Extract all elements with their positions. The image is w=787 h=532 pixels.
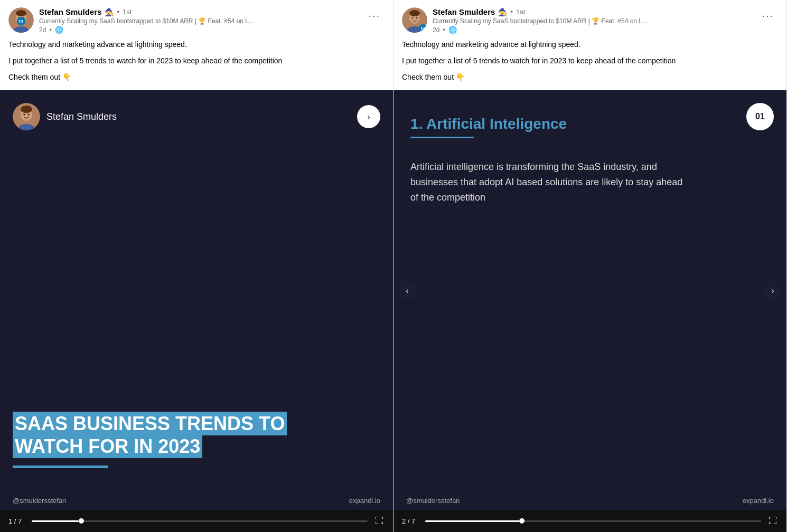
svg-point-17 [416, 17, 418, 19]
slide-cover-content: SAAS BUSINESS TRENDS TO WATCH FOR IN 202… [13, 413, 380, 479]
title-line2: WATCH FOR IN 2023 [13, 436, 380, 457]
post-line1-right: Technology and marketing advance at ligh… [402, 39, 778, 50]
more-button-left[interactable]: ··· [364, 7, 385, 24]
fullscreen-btn-left[interactable]: ⛶ [374, 515, 385, 527]
progress-area-right: 2 / 7 ⛶ [394, 510, 786, 532]
author-name-row-left: Stefan Smulders 🧙 • 1st [39, 7, 254, 16]
author-tagline-left: Currently Scaling my SaaS bootstrapped t… [39, 17, 254, 25]
author-connection-right: • [510, 8, 513, 16]
author-connection-badge-left: 1st [123, 8, 132, 16]
slide-content: 01 1. Artificial Inteligence Artificial … [394, 90, 786, 491]
author-row-right: in Stefan Smulders 🧙 • 1st Currently Sca… [402, 7, 648, 34]
post-separator-right: • [443, 26, 445, 34]
slide-footer-left: @smuldersstefan expandi.io [0, 491, 393, 510]
author-tagline-right: Currently Scaling my SaaS bootstrapped t… [433, 17, 648, 25]
post-line1-left: Technology and marketing advance at ligh… [8, 39, 385, 50]
slide-topic-title: 1. Artificial Inteligence [410, 116, 770, 132]
progress-fill-right [425, 520, 519, 522]
progress-area-left: 1 / 7 ⛶ [0, 510, 393, 532]
globe-icon-right: 🌐 [448, 26, 457, 34]
post-header-right: in Stefan Smulders 🧙 • 1st Currently Sca… [394, 0, 786, 39]
post-meta-left: 2d • 🌐 [39, 26, 254, 34]
post-time-right: 2d [433, 26, 439, 34]
post-time-left: 2d [39, 26, 46, 34]
slide-cover-title: SAAS BUSINESS TRENDS TO WATCH FOR IN 202… [13, 413, 380, 457]
author-info-left: Stefan Smulders 🧙 • 1st Currently Scalin… [39, 7, 254, 34]
progress-track-left[interactable] [32, 520, 368, 522]
author-connection-badge-right: 1st [516, 8, 525, 16]
author-row-left: in Stefan Smulders 🧙 • 1st Currently Sca… [8, 7, 254, 34]
slide-brand-right: expandi.io [743, 497, 774, 505]
right-post-panel: in Stefan Smulders 🧙 • 1st Currently Sca… [394, 0, 787, 532]
post-line3-right: Check them out 👇 [402, 72, 778, 83]
more-button-right[interactable]: ··· [757, 7, 778, 24]
author-name-right: Stefan Smulders [433, 7, 495, 16]
progress-label-right: 2 / 7 [402, 517, 419, 525]
progress-label-left: 1 / 7 [8, 517, 25, 525]
author-info-right: Stefan Smulders 🧙 • 1st Currently Scalin… [433, 7, 648, 34]
slide-author-row: Stefan Smulders [13, 103, 117, 130]
slide-number-badge: 01 [746, 103, 774, 130]
slide-body-text: Artificial intelligence is transforming … [410, 159, 685, 205]
author-emoji-left: 🧙 [105, 8, 114, 16]
svg-point-8 [21, 106, 32, 113]
slide-avatar-left [13, 103, 40, 130]
post-separator-left: • [49, 26, 51, 34]
progress-track-right[interactable] [425, 520, 761, 522]
post-meta-right: 2d • 🌐 [433, 26, 648, 34]
post-text-left: Technology and marketing advance at ligh… [0, 39, 393, 90]
author-connection-left: • [117, 8, 119, 16]
avatar-right: in [402, 7, 427, 33]
carousel-right: 01 1. Artificial Inteligence Artificial … [394, 90, 786, 532]
slide-topic-underline [410, 137, 474, 138]
slide-footer-right: @smuldersstefan expandi.io [394, 491, 786, 510]
carousel-left: Stefan Smulders › SAAS BUSINESS TRENDS T… [0, 90, 393, 532]
author-name-left: Stefan Smulders [39, 7, 101, 16]
slide-brand-left: expandi.io [349, 497, 380, 505]
svg-point-10 [23, 113, 25, 116]
svg-point-14 [409, 10, 420, 16]
author-emoji-right: 🧙 [498, 8, 507, 16]
svg-point-2 [16, 10, 26, 16]
left-post-panel: in Stefan Smulders 🧙 • 1st Currently Sca… [0, 0, 394, 532]
carousel-next-right[interactable]: › [763, 281, 782, 300]
fullscreen-btn-right[interactable]: ⛶ [767, 515, 778, 527]
progress-dot-left [79, 518, 84, 524]
post-line2-right: I put together a list of 5 trends to wat… [402, 55, 778, 66]
post-header-left: in Stefan Smulders 🧙 • 1st Currently Sca… [0, 0, 393, 39]
svg-point-11 [27, 113, 30, 116]
progress-fill-left [32, 520, 79, 522]
carousel-next-left[interactable]: › [357, 105, 380, 128]
slide-cover-bar [13, 466, 108, 468]
slide-top: Stefan Smulders › [13, 103, 380, 130]
post-line3-left: Check them out 👇 [8, 72, 385, 83]
slide-cover: Stefan Smulders › SAAS BUSINESS TRENDS T… [0, 90, 393, 491]
slide-author-name-left: Stefan Smulders [46, 111, 117, 122]
author-name-row-right: Stefan Smulders 🧙 • 1st [433, 7, 648, 16]
slide-handle-right: @smuldersstefan [406, 497, 460, 505]
globe-icon-left: 🌐 [55, 26, 63, 34]
avatar-left: in [8, 7, 34, 33]
post-text-right: Technology and marketing advance at ligh… [394, 39, 786, 90]
svg-point-16 [412, 17, 414, 19]
title-line1: SAAS BUSINESS TRENDS TO [13, 413, 380, 434]
carousel-prev-right[interactable]: ‹ [398, 281, 417, 300]
slide-handle-left: @smuldersstefan [13, 497, 66, 505]
post-line2-left: I put together a list of 5 trends to wat… [8, 55, 385, 66]
progress-dot-right [519, 518, 524, 524]
